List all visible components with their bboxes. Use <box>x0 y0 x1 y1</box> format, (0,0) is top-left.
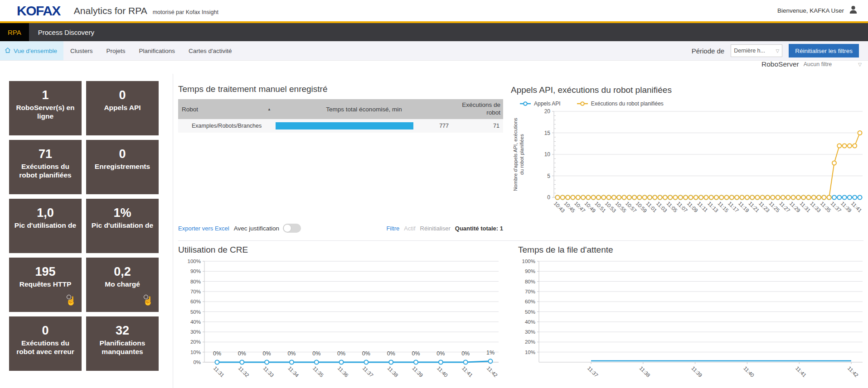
chart-title: Utilisation de CRE <box>178 245 503 255</box>
svg-text:40%: 40% <box>190 319 201 325</box>
metric-tile[interactable]: 0,2 Mo chargé ☝ <box>86 258 159 312</box>
legend-item-appels-api[interactable]: Appels API <box>520 101 561 107</box>
roboserver-label: RoboServer <box>761 60 799 68</box>
legend-label: Appels API <box>534 101 561 107</box>
svg-text:11:37: 11:37 <box>587 365 599 378</box>
svg-text:11:11: 11:11 <box>696 201 709 213</box>
metric-tile[interactable]: 0 Enregistrements <box>86 140 159 194</box>
svg-text:11:42: 11:42 <box>486 365 499 378</box>
subnav-item-planifications[interactable]: Planifications <box>132 41 182 60</box>
cell-executions: 71 <box>452 123 503 129</box>
reset-link[interactable]: Réinitialiser <box>420 225 451 232</box>
subnav-item-vue-densemble[interactable]: Vue d'ensemble <box>0 41 63 60</box>
section-title: Temps de traitement manuel enregistré <box>178 84 503 94</box>
tile-label: Exécutions du robot planifiées <box>9 161 82 180</box>
tile-value: 0 <box>86 88 159 102</box>
justification-toggle[interactable] <box>283 224 301 233</box>
svg-text:90%: 90% <box>525 268 535 274</box>
filter-link[interactable]: Filtre <box>386 225 399 232</box>
svg-text:30%: 30% <box>190 329 201 335</box>
svg-text:11:31: 11:31 <box>799 201 811 213</box>
svg-text:du robot planifiées: du robot planifiées <box>519 134 524 175</box>
cell-minutes: 777 <box>439 123 452 129</box>
metric-tile[interactable]: 1 RoboServer(s) en ligne <box>9 81 82 135</box>
metric-tile[interactable]: 1,0 Pic d'utilisation de <box>9 199 82 253</box>
metric-tile[interactable]: 195 Requêtes HTTP ☝ <box>9 258 82 312</box>
svg-text:11:41: 11:41 <box>850 201 863 213</box>
toggle-knob <box>283 224 291 232</box>
chart-title: Temps de la file d'attente <box>518 245 868 255</box>
column-header-robot[interactable]: Robot ▲ <box>178 106 276 113</box>
table-footer: Exporter vers Excel Avec justification F… <box>178 224 503 233</box>
svg-text:100%: 100% <box>522 259 535 264</box>
metric-tile[interactable]: 0 Exécutions du robot avec erreur <box>9 316 82 371</box>
subnav-item-clusters[interactable]: Clusters <box>63 41 100 60</box>
export-excel-link[interactable]: Exporter vers Excel <box>178 225 229 232</box>
tab-process-discovery[interactable]: Process Discovery <box>29 23 103 41</box>
svg-text:11:19: 11:19 <box>737 201 750 213</box>
metric-tile[interactable]: 1% Pic d'utilisation de <box>86 199 159 253</box>
tile-label: Mo chargé <box>86 279 159 288</box>
subnav-item-projets[interactable]: Projets <box>99 41 132 60</box>
roboserver-value: Aucun filtre <box>804 61 832 67</box>
column-label: Robot <box>182 106 198 113</box>
svg-text:11:13: 11:13 <box>707 201 719 213</box>
svg-text:11:29: 11:29 <box>789 201 801 213</box>
tile-value: 0,2 <box>86 265 159 279</box>
svg-text:11:38: 11:38 <box>386 365 399 378</box>
tile-label: Appels API <box>86 102 159 112</box>
tab-rpa[interactable]: RPA <box>0 23 29 41</box>
svg-text:11:05: 11:05 <box>665 201 678 213</box>
tile-label: RoboServer(s) en ligne <box>9 102 82 121</box>
svg-text:11:33: 11:33 <box>809 201 822 213</box>
period-label: Période de <box>692 47 725 55</box>
svg-text:11:39: 11:39 <box>411 365 424 378</box>
cell-robot: Examples/Robots/Branches <box>178 123 276 129</box>
tile-value: 1 <box>9 88 82 102</box>
metric-tile[interactable]: 32 Planifications manquantes <box>86 316 159 371</box>
svg-text:11:23: 11:23 <box>758 201 771 213</box>
svg-text:0%: 0% <box>436 350 445 357</box>
legend-marker-blue <box>520 101 531 106</box>
robots-table: Robot ▲ Temps total économisé, min Exécu… <box>178 99 503 133</box>
period-select[interactable]: Dernière h... ▽ <box>731 44 782 57</box>
metric-tiles: 1 RoboServer(s) en ligne 0 Appels API 71… <box>9 81 159 371</box>
svg-text:0%: 0% <box>238 350 246 357</box>
cre-utilisation-chart: Utilisation de CRE 0%10%20%30%40%50%60%7… <box>178 245 503 388</box>
tile-value: 32 <box>86 324 159 338</box>
svg-text:70%: 70% <box>190 289 201 294</box>
svg-text:11:25: 11:25 <box>768 201 781 213</box>
metric-tile[interactable]: 71 Exécutions du robot planifiées <box>9 140 82 194</box>
svg-text:5: 5 <box>547 173 550 179</box>
click-hand-icon: ☝ <box>66 297 76 308</box>
svg-text:0%: 0% <box>312 350 320 357</box>
svg-text:11:38: 11:38 <box>638 365 651 378</box>
user-icon[interactable] <box>849 5 858 16</box>
column-header-time-saved[interactable]: Temps total économisé, min <box>276 106 452 113</box>
svg-text:0%: 0% <box>461 350 470 357</box>
tile-value: 1% <box>86 206 159 220</box>
svg-text:11:37: 11:37 <box>361 365 374 378</box>
total-label: Quantité totale: <box>455 225 498 232</box>
kofax-logo: KOFAX <box>17 3 60 19</box>
svg-text:11:03: 11:03 <box>655 201 668 213</box>
svg-text:20%: 20% <box>525 339 535 345</box>
metric-tile[interactable]: 0 Appels API <box>86 81 159 135</box>
svg-text:11:41: 11:41 <box>461 365 474 378</box>
table-row[interactable]: Examples/Robots/Branches 777 71 <box>178 119 503 133</box>
tile-value: 71 <box>9 147 82 161</box>
tile-label: Exécutions du robot avec erreur <box>9 338 82 356</box>
svg-text:0%: 0% <box>412 350 420 357</box>
app-root: KOFAX Analytics for RPA motorisé par Kof… <box>0 0 868 388</box>
legend-item-executions-planifiees[interactable]: Exécutions du robot planifiées <box>577 101 664 107</box>
page-title: Analytics for RPA <box>74 5 147 16</box>
column-header-executions[interactable]: Exécutions de robot <box>452 101 503 117</box>
svg-text:11:39: 11:39 <box>840 201 853 213</box>
tile-value: 195 <box>9 265 82 279</box>
svg-text:10:59: 10:59 <box>635 201 648 214</box>
svg-text:10%: 10% <box>190 350 201 355</box>
subnav-item-cartes-activite[interactable]: Cartes d'activité <box>182 41 239 60</box>
roboserver-filter[interactable]: RoboServer Aucun filtre ▽ <box>761 60 862 68</box>
chevron-down-icon: ▽ <box>858 62 862 67</box>
reset-filters-button[interactable]: Réinitialiser les filtres <box>789 44 859 57</box>
